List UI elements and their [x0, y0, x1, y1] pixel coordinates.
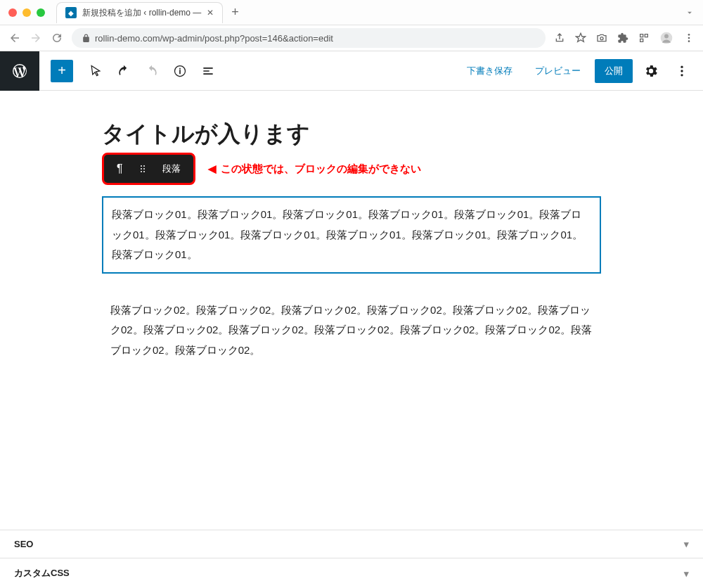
toolbar-icons: [84, 60, 219, 82]
meta-boxes: SEO ▾ カスタムCSS ▾ カスタムJavaScript ▾: [0, 530, 703, 588]
outline-icon[interactable]: [197, 60, 219, 82]
svg-point-3: [688, 37, 690, 39]
tabs-chevron-icon[interactable]: [685, 8, 695, 18]
drag-handle-icon[interactable]: [130, 159, 155, 179]
menu-icon[interactable]: [683, 32, 695, 44]
caret-down-icon: ▾: [684, 568, 689, 579]
settings-icon[interactable]: [638, 58, 664, 84]
meta-box-custom-css[interactable]: カスタムCSS ▾: [0, 558, 703, 588]
publish-button[interactable]: 公開: [595, 59, 633, 83]
svg-point-12: [143, 168, 145, 170]
annotation-arrow-icon: ◀: [208, 162, 217, 175]
svg-point-4: [688, 40, 690, 42]
editor-canvas[interactable]: タイトルが入ります ¶ 段落 ◀ この状態では、ブロックの編集ができない 段落ブ…: [0, 91, 703, 530]
svg-point-10: [143, 165, 145, 167]
caret-down-icon: ▾: [684, 539, 689, 549]
browser-tab[interactable]: ◆ 新規投稿を追加 ‹ rollin-demo — ✕: [56, 2, 223, 23]
browser-extension-icons: [554, 31, 695, 45]
browser-chrome: ◆ 新規投稿を追加 ‹ rollin-demo — ✕ + rollin-dem…: [0, 0, 703, 51]
profile-icon[interactable]: [659, 31, 673, 45]
lock-icon: [82, 34, 91, 43]
svg-point-14: [143, 171, 145, 172]
save-draft-button[interactable]: 下書き保存: [458, 60, 521, 82]
block-label[interactable]: 段落: [155, 158, 188, 179]
svg-point-13: [141, 171, 142, 172]
svg-point-8: [681, 74, 683, 76]
meta-box-label: カスタムCSS: [14, 567, 70, 580]
block-toolbar-wrap: ¶ 段落 ◀ この状態では、ブロックの編集ができない: [102, 153, 601, 185]
minimize-window-button[interactable]: [22, 8, 31, 17]
url-text: rollin-demo.com/wp-admin/post.php?post=1…: [95, 33, 333, 44]
undo-icon[interactable]: [112, 60, 135, 82]
traffic-lights: [8, 8, 45, 17]
paragraph-block-2[interactable]: 段落ブロック02。段落ブロック02。段落ブロック02。段落ブロック02。段落ブロ…: [102, 293, 601, 368]
camera-icon[interactable]: [596, 32, 607, 44]
more-options-icon[interactable]: [669, 58, 695, 84]
toolbar-right: 下書き保存 プレビュー 公開: [458, 58, 703, 84]
annotation-text: この状態では、ブロックの編集ができない: [221, 162, 421, 176]
tab-title: 新規投稿を追加 ‹ rollin-demo —: [82, 7, 201, 19]
svg-point-7: [681, 70, 683, 72]
share-icon[interactable]: [554, 32, 565, 44]
add-block-button[interactable]: +: [51, 60, 73, 82]
browser-url-bar: rollin-demo.com/wp-admin/post.php?post=1…: [0, 25, 703, 51]
svg-point-6: [681, 65, 683, 68]
select-tool-icon[interactable]: [84, 60, 107, 82]
meta-box-label: SEO: [14, 539, 33, 549]
meta-box-seo[interactable]: SEO ▾: [0, 530, 703, 558]
paragraph-type-icon[interactable]: ¶: [110, 158, 130, 179]
svg-point-1: [664, 34, 669, 39]
extensions-icon[interactable]: [617, 32, 628, 44]
star-icon[interactable]: [575, 32, 586, 44]
svg-point-11: [141, 168, 142, 170]
editor-content: タイトルが入ります ¶ 段落 ◀ この状態では、ブロックの編集ができない 段落ブ…: [88, 119, 615, 367]
reload-button[interactable]: [51, 32, 63, 44]
close-tab-icon[interactable]: ✕: [207, 8, 214, 18]
post-title[interactable]: タイトルが入ります: [102, 119, 601, 150]
close-window-button[interactable]: [8, 8, 17, 17]
url-field[interactable]: rollin-demo.com/wp-admin/post.php?post=1…: [72, 28, 546, 48]
wordpress-favicon-icon: ◆: [65, 7, 77, 18]
browser-title-bar: ◆ 新規投稿を追加 ‹ rollin-demo — ✕ +: [0, 0, 703, 25]
wordpress-logo[interactable]: [0, 51, 39, 91]
forward-button[interactable]: [30, 32, 42, 44]
maximize-window-button[interactable]: [37, 8, 45, 17]
svg-point-9: [141, 165, 142, 167]
block-toolbar: ¶ 段落: [102, 153, 195, 185]
annotation: ◀ この状態では、ブロックの編集ができない: [208, 162, 421, 176]
new-tab-button[interactable]: +: [231, 5, 239, 20]
paragraph-block-1[interactable]: 段落ブロック01。段落ブロック01。段落ブロック01。段落ブロック01。段落ブロ…: [102, 196, 601, 274]
wordpress-toolbar: + 下書き保存 プレビュー 公開: [0, 51, 703, 91]
redo-icon[interactable]: [141, 60, 163, 82]
apps-icon[interactable]: [638, 32, 650, 44]
preview-button[interactable]: プレビュー: [527, 60, 589, 82]
back-button[interactable]: [8, 32, 21, 44]
info-icon[interactable]: [169, 60, 191, 82]
svg-point-2: [688, 34, 690, 36]
